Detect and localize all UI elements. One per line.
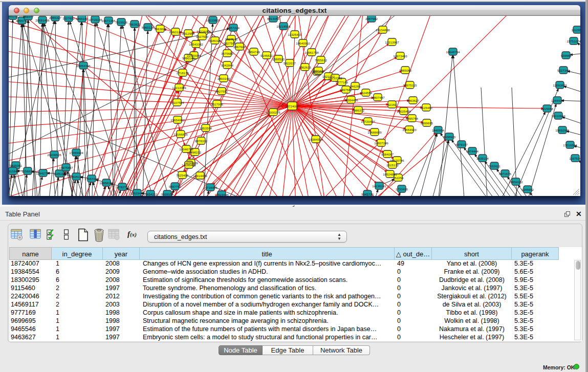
svg-text:16033809: 16033809	[206, 18, 220, 22]
svg-text:9495764: 9495764	[406, 117, 419, 120]
svg-text:8813054: 8813054	[267, 17, 280, 20]
svg-text:1156819: 1156819	[21, 169, 34, 173]
svg-text:9517006: 9517006	[211, 102, 224, 106]
svg-text:9699695: 9699695	[421, 121, 433, 125]
svg-text:16671355: 16671355	[101, 19, 116, 23]
svg-text:16782759: 16782759	[115, 185, 129, 189]
svg-text:929966: 929966	[561, 54, 572, 57]
svg-text:16543382: 16543382	[189, 42, 203, 46]
svg-text:20691406: 20691406	[35, 18, 50, 22]
svg-text:17016504: 17016504	[563, 143, 577, 147]
svg-text:25300275: 25300275	[266, 111, 280, 114]
svg-text:1145114: 1145114	[53, 172, 66, 176]
svg-text:3675685: 3675685	[221, 52, 234, 55]
svg-text:8878332: 8878332	[195, 139, 208, 143]
svg-text:1733426: 1733426	[396, 187, 408, 191]
svg-text:2935114: 2935114	[476, 157, 489, 160]
svg-text:9084067: 9084067	[381, 152, 394, 156]
svg-text:11325419: 11325419	[288, 33, 302, 36]
svg-text:16914479: 16914479	[193, 174, 207, 178]
svg-text:12213967: 12213967	[385, 40, 399, 44]
svg-text:23226058: 23226058	[197, 30, 211, 33]
svg-text:7663822: 7663822	[154, 27, 167, 31]
svg-text:7625402: 7625402	[176, 173, 189, 177]
svg-text:10961758: 10961758	[304, 51, 319, 54]
svg-text:9939154: 9939154	[161, 192, 174, 196]
svg-text:9227342: 9227342	[557, 69, 570, 72]
svg-text:15716485: 15716485	[203, 186, 217, 189]
svg-text:16210643: 16210643	[551, 114, 565, 118]
svg-text:889377: 889377	[23, 16, 34, 18]
svg-text:14136141: 14136141	[372, 184, 386, 188]
svg-text:1615132: 1615132	[386, 163, 399, 167]
svg-text:1244415: 1244415	[551, 99, 564, 102]
svg-text:6497568: 6497568	[340, 88, 353, 92]
svg-text:15751074: 15751074	[567, 39, 580, 43]
svg-text:7357224: 7357224	[227, 26, 240, 30]
svg-text:1112954: 1112954	[571, 28, 580, 32]
svg-text:7515526: 7515526	[115, 20, 128, 24]
svg-text:17957225: 17957225	[84, 177, 99, 181]
svg-text:10025458: 10025458	[397, 110, 411, 113]
svg-text:7663822: 7663822	[128, 23, 141, 26]
svg-text:15720407: 15720407	[361, 120, 375, 123]
svg-text:10719155: 10719155	[88, 18, 102, 21]
svg-text:16154838: 16154838	[376, 28, 390, 32]
svg-text:7485063: 7485063	[399, 69, 412, 72]
svg-text:2867608: 2867608	[233, 45, 246, 49]
svg-text:9245652: 9245652	[521, 188, 534, 191]
svg-text:7632621: 7632621	[488, 164, 501, 168]
svg-text:8938923: 8938923	[443, 135, 456, 139]
svg-text:8471676: 8471676	[499, 172, 512, 176]
svg-text:19166825: 19166825	[173, 133, 188, 136]
svg-text:9463627: 9463627	[407, 99, 420, 102]
svg-text:2687682: 2687682	[365, 17, 378, 20]
svg-text:2055327: 2055327	[49, 16, 62, 19]
svg-text:10958107: 10958107	[99, 181, 114, 185]
svg-text:9327500: 9327500	[196, 35, 209, 38]
svg-text:8960124: 8960124	[169, 30, 182, 34]
svg-text:1527602: 1527602	[62, 16, 75, 20]
svg-text:7986372: 7986372	[352, 108, 365, 112]
svg-text:8454749: 8454749	[248, 50, 260, 54]
svg-text:8960124: 8960124	[142, 26, 155, 29]
svg-text:10973493: 10973493	[393, 54, 407, 58]
svg-text:1353594: 1353594	[200, 126, 212, 130]
svg-text:9327508: 9327508	[224, 41, 236, 45]
svg-text:18807249: 18807249	[374, 141, 388, 145]
svg-text:8912954: 8912954	[182, 32, 195, 35]
svg-text:12213389: 12213389	[172, 86, 186, 90]
svg-text:9146821: 9146821	[260, 54, 273, 57]
svg-text:12505135: 12505135	[69, 175, 83, 179]
svg-text:9327546: 9327546	[225, 37, 238, 41]
svg-text:10654212: 10654212	[143, 192, 158, 196]
svg-text:20364456: 20364456	[344, 98, 358, 102]
svg-text:9657791: 9657791	[169, 185, 182, 188]
svg-text:12093822: 12093822	[553, 83, 567, 87]
svg-text:9498222: 9498222	[189, 150, 202, 154]
svg-text:746266: 746266	[350, 84, 361, 88]
svg-text:9835061: 9835061	[10, 164, 23, 167]
svg-text:8427552: 8427552	[215, 90, 228, 93]
svg-text:9777169: 9777169	[336, 80, 349, 84]
svg-text:10107554: 10107554	[170, 101, 184, 104]
svg-text:20206526: 20206526	[47, 153, 61, 157]
svg-text:9945770: 9945770	[361, 192, 374, 196]
svg-text:3215958: 3215958	[541, 107, 554, 111]
svg-text:19975867: 19975867	[59, 166, 73, 169]
svg-text:20053346: 20053346	[76, 64, 91, 68]
svg-text:3915941: 3915941	[9, 169, 19, 173]
svg-text:18640910: 18640910	[296, 41, 310, 45]
svg-text:19654963: 19654963	[170, 118, 185, 122]
svg-text:10654112: 10654112	[509, 180, 523, 184]
svg-text:16210722: 16210722	[328, 76, 342, 80]
svg-text:15692971: 15692971	[555, 128, 570, 132]
svg-text:10688609: 10688609	[367, 130, 382, 134]
svg-text:9890149: 9890149	[182, 56, 195, 60]
svg-text:17359924: 17359924	[69, 151, 83, 155]
svg-text:1990448: 1990448	[312, 69, 325, 73]
svg-text:2718176: 2718176	[177, 71, 189, 75]
svg-text:10807487: 10807487	[371, 96, 385, 99]
svg-text:9242848: 9242848	[221, 63, 234, 67]
svg-text:1440954: 1440954	[432, 128, 445, 132]
